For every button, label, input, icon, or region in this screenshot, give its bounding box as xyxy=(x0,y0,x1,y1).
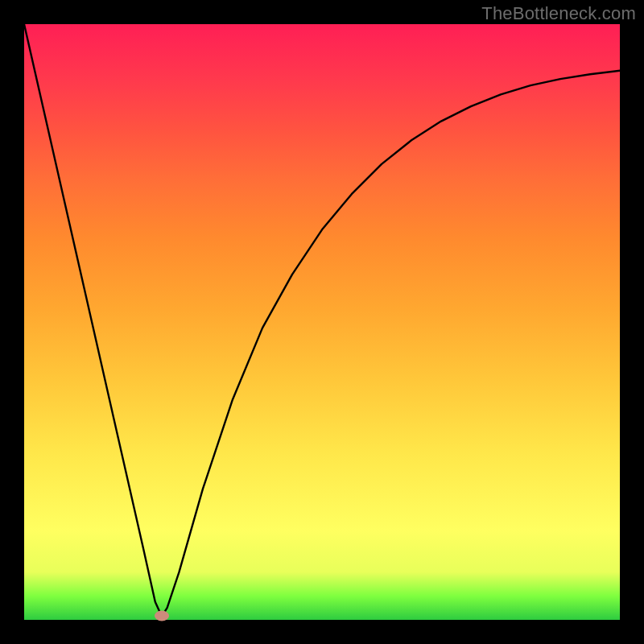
chart-curve-svg xyxy=(24,24,620,620)
chart-frame: TheBottleneck.com xyxy=(0,0,644,644)
bottleneck-curve xyxy=(24,24,620,617)
chart-plot-area xyxy=(24,24,620,620)
watermark-text: TheBottleneck.com xyxy=(481,3,636,24)
optimal-point-marker xyxy=(155,611,169,621)
